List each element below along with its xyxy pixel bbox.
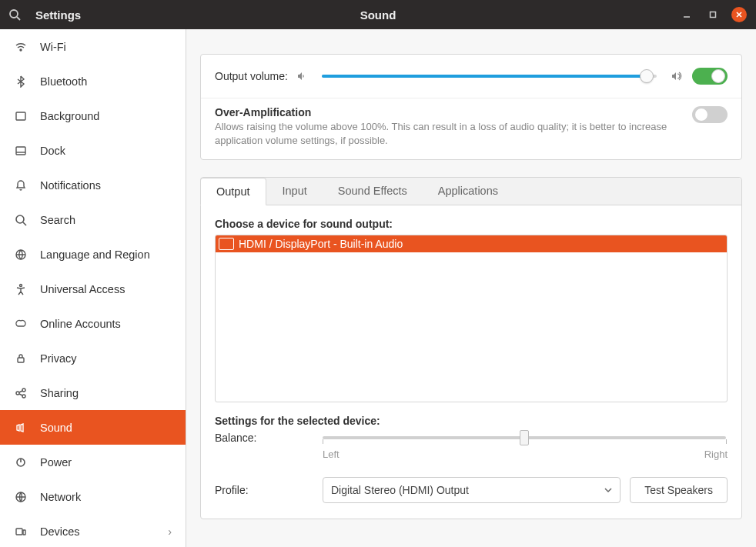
sidebar-item-label: Search — [40, 214, 75, 226]
svg-rect-14 — [18, 358, 24, 362]
bluetooth-icon — [14, 75, 28, 88]
sidebar-item-background[interactable]: Background — [0, 98, 186, 133]
background-icon — [14, 110, 28, 122]
profile-row: Profile: Digital Stereo (HDMI) Output Te… — [215, 477, 728, 503]
svg-point-0 — [10, 10, 18, 18]
sidebar-item-label: Wi-Fi — [40, 41, 66, 53]
sidebar-item-language[interactable]: Language and Region — [0, 237, 186, 272]
search-icon[interactable] — [0, 0, 29, 29]
maximize-icon[interactable] — [705, 7, 721, 22]
notifications-icon — [14, 179, 28, 192]
network-icon — [14, 491, 28, 503]
svg-point-6 — [20, 49, 22, 51]
page-title: Sound — [360, 8, 396, 22]
sidebar-item-sharing[interactable]: Sharing — [0, 375, 186, 410]
svg-point-17 — [22, 395, 25, 398]
sound-icon — [14, 422, 28, 434]
sidebar-item-online[interactable]: Online Accounts — [0, 306, 186, 341]
device-list[interactable]: HDMI / DisplayPort - Built-in Audio — [215, 235, 728, 402]
tab-output[interactable]: Output — [200, 178, 266, 205]
minimize-icon[interactable] — [679, 7, 694, 22]
devices-icon — [14, 525, 28, 538]
wifi-icon — [14, 41, 28, 53]
speaker-low-icon — [296, 70, 308, 82]
universal-icon — [14, 283, 28, 295]
tab-output-body: Choose a device for sound output: HDMI /… — [201, 205, 741, 519]
sidebar-item-label: Privacy — [40, 352, 77, 365]
svg-point-13 — [20, 284, 22, 286]
volume-panel: Output volume: Over-Amplification Allows… — [200, 54, 742, 160]
sidebar-item-notifications[interactable]: Notifications — [0, 168, 186, 202]
over-amplification-row: Over-Amplification Allows raising the vo… — [201, 98, 741, 159]
output-volume-slider[interactable] — [322, 75, 657, 78]
svg-rect-24 — [23, 530, 25, 535]
sidebar-item-label: Online Accounts — [40, 318, 121, 330]
profile-dropdown[interactable]: Digital Stereo (HDMI) Output — [323, 477, 621, 503]
balance-right-label: Right — [704, 449, 728, 460]
close-icon[interactable] — [731, 7, 747, 22]
sidebar-item-universal[interactable]: Universal Access — [0, 272, 186, 306]
sidebar-item-label: Dock — [40, 145, 65, 157]
sidebar-item-label: Universal Access — [40, 283, 125, 295]
sidebar-item-devices[interactable]: Devices› — [0, 514, 186, 547]
dock-icon — [14, 145, 28, 157]
sidebar-item-label: Network — [40, 491, 81, 503]
svg-point-10 — [16, 215, 24, 223]
sidebar-item-label: Power — [40, 456, 72, 469]
app-title: Settings — [35, 8, 81, 22]
overamp-title: Over-Amplification — [215, 106, 677, 118]
sidebar-item-privacy[interactable]: Privacy — [0, 341, 186, 375]
sidebar-item-sound[interactable]: Sound — [0, 410, 186, 445]
sidebar-item-label: Background — [40, 110, 99, 122]
choose-device-label: Choose a device for sound output: — [215, 218, 728, 230]
svg-line-11 — [23, 222, 26, 225]
speaker-high-icon — [671, 70, 684, 82]
balance-label: Balance: — [215, 432, 323, 444]
online-icon — [14, 318, 28, 330]
profile-label: Profile: — [215, 484, 313, 496]
test-speakers-button[interactable]: Test Speakers — [630, 477, 728, 503]
device-label: HDMI / DisplayPort - Built-in Audio — [239, 238, 403, 250]
device-item[interactable]: HDMI / DisplayPort - Built-in Audio — [216, 235, 727, 252]
sidebar-item-power[interactable]: Power — [0, 445, 186, 479]
svg-rect-23 — [16, 529, 22, 535]
balance-left-label: Left — [323, 449, 340, 460]
balance-slider[interactable] — [323, 436, 726, 439]
sidebar-item-search[interactable]: Search — [0, 202, 186, 237]
sharing-icon — [14, 387, 28, 399]
content: Output volume: Over-Amplification Allows… — [186, 29, 756, 547]
language-icon — [14, 248, 28, 261]
overamp-description: Allows raising the volume above 100%. Th… — [215, 120, 677, 147]
volume-toggle[interactable] — [692, 68, 728, 85]
sidebar-item-label: Devices — [40, 525, 80, 538]
chevron-right-icon: › — [168, 525, 172, 538]
overamp-toggle[interactable] — [692, 106, 728, 123]
tab-applications[interactable]: Applications — [423, 178, 513, 205]
svg-line-18 — [19, 391, 22, 392]
sidebar-item-label: Sharing — [40, 387, 79, 399]
sidebar-item-dock[interactable]: Dock — [0, 133, 186, 168]
titlebar: Settings Sound — [0, 0, 756, 29]
settings-device-label: Settings for the selected device: — [215, 415, 728, 427]
svg-line-1 — [17, 17, 20, 20]
svg-rect-7 — [16, 112, 25, 120]
svg-point-16 — [22, 389, 25, 392]
sidebar-item-label: Sound — [40, 422, 72, 434]
svg-line-19 — [19, 394, 22, 395]
profile-value: Digital Stereo (HDMI) Output — [331, 484, 469, 496]
tab-input[interactable]: Input — [267, 178, 323, 205]
sidebar-item-label: Language and Region — [40, 248, 150, 261]
output-volume-row: Output volume: — [201, 55, 741, 98]
privacy-icon — [14, 352, 28, 365]
output-volume-label: Output volume: — [215, 70, 288, 82]
sidebar-item-bluetooth[interactable]: Bluetooth — [0, 64, 186, 98]
tabs: OutputInputSound EffectsApplications — [201, 178, 741, 205]
window-controls — [679, 7, 756, 22]
sidebar-item-wifi[interactable]: Wi-Fi — [0, 29, 186, 64]
sound-tabs-panel: OutputInputSound EffectsApplications Cho… — [200, 177, 742, 519]
chevron-down-icon — [604, 486, 612, 494]
tab-sound-effects[interactable]: Sound Effects — [323, 178, 423, 205]
svg-point-15 — [16, 392, 19, 395]
sidebar-item-network[interactable]: Network — [0, 479, 186, 514]
monitor-icon — [219, 238, 234, 250]
